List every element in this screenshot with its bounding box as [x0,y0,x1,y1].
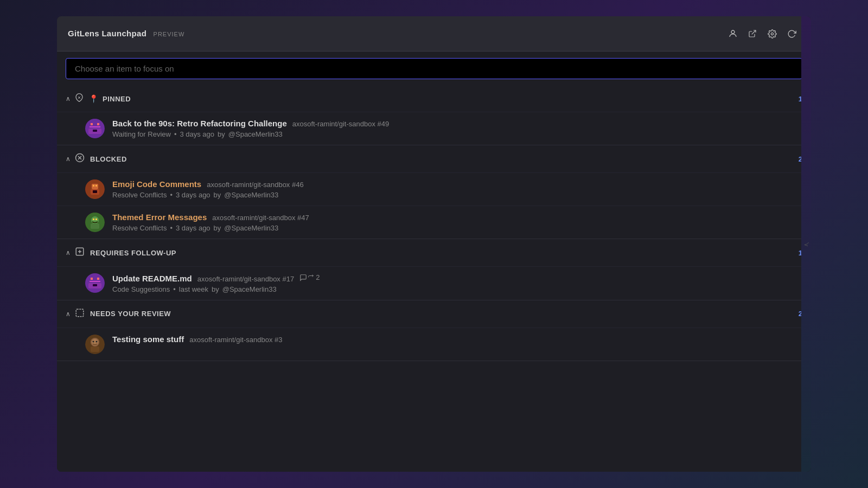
pr-meta-1-1: Resolve Conflicts • 3 days ago by @Space… [112,224,802,232]
svg-rect-22 [93,219,94,220]
avatar-3-0 [85,335,105,354]
svg-rect-33 [76,309,84,317]
header-title-area: GitLens Launchpad PREVIEW [68,29,184,38]
avatar-1-1 [85,213,105,232]
svg-rect-16 [93,185,94,187]
user-icon-button[interactable] [724,25,742,42]
preview-badge: PREVIEW [154,31,185,37]
pr-repo-1-0: axosoft-ramint/git-sandbox #46 [207,181,303,189]
pr-title-3-0: Testing some stuff [112,335,184,344]
chevron-followup: ∧ [66,249,71,256]
svg-rect-28 [91,278,93,280]
pr-content-0-0: Back to the 90s: Retro Refactoring Chall… [112,119,802,138]
pr-repo-1-1: axosoft-ramint/git-sandbox #47 [212,214,309,222]
main-panel: GitLens Launchpad PREVIEW [57,16,811,472]
pr-title-0-0: Back to the 90s: Retro Refactoring Chall… [112,119,287,128]
svg-rect-17 [95,185,97,187]
section-review-title: NEEDS YOUR REVIEW [90,310,171,318]
svg-rect-9 [93,130,97,132]
svg-rect-23 [95,219,97,220]
pr-item-3-0[interactable]: Testing some stuff axosoft-ramint/git-sa… [57,328,811,361]
svg-rect-32 [93,284,97,286]
svg-point-0 [731,30,735,34]
chevron-review: ∧ [66,310,71,318]
pr-content-2-0: Update README.md axosoft-ramint/git-sand… [112,273,802,293]
pr-content-1-1: Themed Error Messages axosoft-ramint/git… [112,213,802,232]
section-followup: ∧ REQUIRES FOLLOW-UP 1 [57,239,811,300]
pr-content-3-0: Testing some stuff axosoft-ramint/git-sa… [112,335,802,344]
search-input[interactable] [66,58,802,79]
chevron-blocked: ∧ [66,155,71,163]
comment-count-2-0: 2 [299,273,320,281]
avatar-1-0 [85,179,105,199]
pr-title-1-0: Emoji Code Comments [112,179,201,189]
refresh-button[interactable] [783,25,800,42]
header-actions [724,25,800,42]
svg-rect-7 [90,126,100,127]
avatar-0-0 [85,119,105,138]
section-review: ∧ NEEDS YOUR REVIEW 2 [57,300,811,361]
pr-meta-0-0: Waiting for Review • 3 days ago by @Spac… [112,130,802,138]
section-pinned: ∧ 📍 PINNED 1 [57,86,811,145]
svg-rect-14 [92,184,98,189]
followup-icon [75,247,85,259]
pr-item-1-1[interactable]: Themed Error Messages axosoft-ramint/git… [57,206,811,239]
chevron-pinned: ∧ [66,95,71,102]
pr-repo-3-0: axosoft-ramint/git-sandbox #3 [189,336,282,344]
header: GitLens Launchpad PREVIEW [57,16,811,52]
section-followup-title: REQUIRES FOLLOW-UP [90,249,176,257]
svg-rect-30 [90,281,100,282]
review-icon [75,308,85,320]
section-followup-header[interactable]: ∧ REQUIRES FOLLOW-UP 1 [57,239,811,266]
pr-repo-2-0: axosoft-ramint/git-sandbox #17 [197,275,294,283]
section-blocked-header[interactable]: ∧ BLOCKED 2 [57,145,811,172]
app-title: GitLens Launchpad PREVIEW [68,29,184,38]
svg-rect-37 [91,346,99,352]
svg-rect-6 [97,123,99,125]
pr-meta-2-0: Code Suggestions • last week by @SpaceMe… [112,285,802,293]
svg-rect-29 [97,278,99,280]
pr-repo-0-0: axosoft-ramint/git-sandbox #49 [292,120,389,128]
section-pinned-header[interactable]: ∧ 📍 PINNED 1 [57,86,811,112]
pr-item-2-0[interactable]: Update README.md axosoft-ramint/git-sand… [57,266,811,300]
section-blocked-title: BLOCKED [90,155,127,163]
settings-button[interactable] [763,25,781,42]
external-link-button[interactable] [744,25,761,42]
pr-title-1-1: Themed Error Messages [112,213,207,222]
svg-line-1 [752,30,756,34]
blocked-icon [75,153,85,165]
section-blocked: ∧ BLOCKED 2 [57,145,811,239]
svg-point-39 [96,341,98,342]
svg-rect-21 [91,223,99,229]
pr-item-0-0[interactable]: Back to the 90s: Retro Refactoring Chall… [57,112,811,145]
section-pinned-title: PINNED [103,95,131,103]
side-handle: 'v [801,16,811,472]
section-review-header[interactable]: ∧ NEEDS YOUR REVIEW 2 [57,300,811,328]
svg-rect-5 [91,123,93,125]
svg-point-2 [771,33,773,35]
content-area: ∧ 📍 PINNED 1 [57,86,811,472]
pin-icon [75,93,84,104]
svg-point-38 [93,341,94,342]
pin-symbol-icon: 📍 [89,94,98,103]
svg-rect-18 [93,190,97,193]
pr-content-1-0: Emoji Code Comments axosoft-ramint/git-s… [112,179,802,199]
pr-meta-1-0: Resolve Conflicts • 3 days ago by @Space… [112,191,802,199]
pr-item-1-0[interactable]: Emoji Code Comments axosoft-ramint/git-s… [57,172,811,206]
avatar-2-0 [85,273,105,293]
pr-title-2-0: Update README.md [112,274,192,283]
search-area [57,52,811,86]
